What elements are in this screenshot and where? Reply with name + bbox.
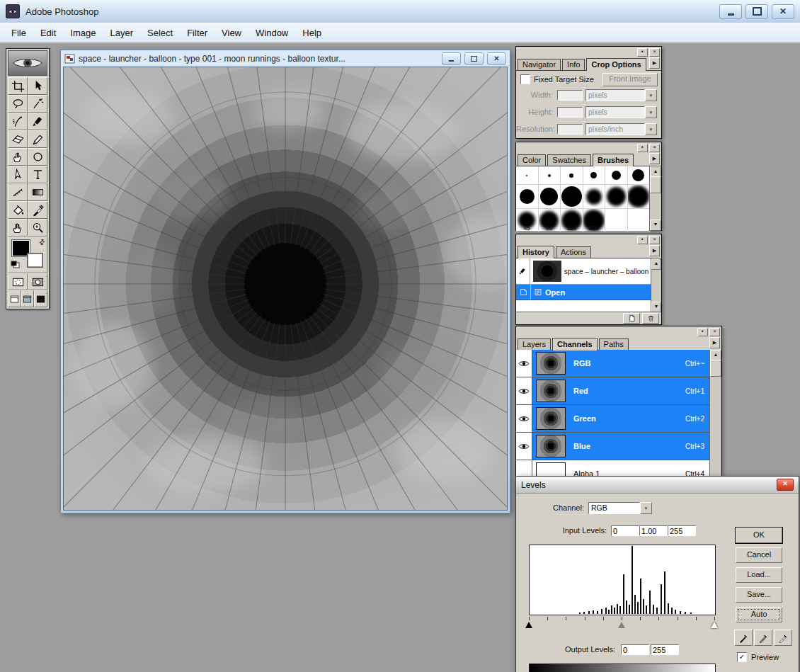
brush-preset[interactable] bbox=[539, 166, 561, 185]
channel-row-green[interactable]: GreenCtrl+2 bbox=[516, 405, 710, 433]
brush-preset[interactable]: 200 bbox=[583, 209, 606, 232]
close-button[interactable]: ✕ bbox=[772, 4, 794, 19]
chevron-down-icon[interactable]: ▼ bbox=[645, 89, 657, 101]
tab-brushes[interactable]: Brushes bbox=[593, 154, 634, 166]
scrollbar[interactable]: ▲ ▼ bbox=[709, 350, 721, 495]
delete-button[interactable] bbox=[642, 313, 659, 324]
channel-dropdown[interactable]: RGB ▼ bbox=[588, 502, 652, 514]
magic-wand-tool[interactable] bbox=[28, 95, 47, 113]
save-button[interactable]: Save... bbox=[736, 587, 782, 603]
type-tool[interactable] bbox=[28, 166, 47, 183]
chevron-down-icon[interactable]: ▼ bbox=[645, 123, 657, 135]
eraser-tool[interactable] bbox=[8, 130, 28, 148]
doc-restore-button[interactable] bbox=[464, 52, 484, 65]
palette-close-button[interactable]: × bbox=[649, 144, 660, 152]
brush-preset[interactable] bbox=[628, 185, 651, 209]
preview-checkbox[interactable]: ✓ bbox=[737, 652, 747, 662]
smudge-tool[interactable] bbox=[8, 148, 28, 166]
brush-preset[interactable] bbox=[605, 185, 628, 209]
scrollbar[interactable]: ▲ ▼ bbox=[649, 166, 661, 231]
visibility-toggle[interactable] bbox=[516, 350, 532, 377]
eyedropper-tool[interactable] bbox=[28, 201, 47, 219]
channel-row-rgb[interactable]: RGBCtrl+~ bbox=[516, 350, 710, 377]
visibility-toggle[interactable] bbox=[516, 405, 532, 432]
front-image-button[interactable]: Front Image bbox=[602, 73, 658, 86]
brush-preset[interactable] bbox=[516, 185, 539, 209]
width-input[interactable] bbox=[557, 90, 583, 101]
resolution-unit-dropdown[interactable]: pixels/inch ▼ bbox=[585, 123, 657, 135]
palette-menu-arrow-icon[interactable]: ▶ bbox=[709, 337, 720, 348]
move-tool[interactable] bbox=[28, 77, 47, 95]
brush-preset[interactable] bbox=[561, 166, 583, 185]
palette-close-button[interactable]: × bbox=[709, 328, 720, 336]
menu-view[interactable]: View bbox=[215, 24, 248, 42]
palette-menu-arrow-icon[interactable]: ▶ bbox=[649, 245, 660, 256]
brush-preset[interactable] bbox=[628, 166, 651, 185]
airbrush-tool[interactable] bbox=[8, 113, 28, 130]
black-eyedropper-button[interactable] bbox=[734, 630, 753, 646]
document-titlebar[interactable]: space - launcher - balloon - type 001 - … bbox=[63, 50, 508, 67]
dialog-close-button[interactable]: ✕ bbox=[777, 479, 794, 491]
brush-preset[interactable]: 45 bbox=[516, 209, 539, 232]
paintbrush-tool[interactable] bbox=[28, 113, 47, 130]
history-brush-source[interactable] bbox=[516, 258, 530, 284]
menu-edit[interactable]: Edit bbox=[33, 24, 63, 42]
swap-colors-icon[interactable]: ⇄ bbox=[37, 237, 47, 247]
brush-preset[interactable] bbox=[516, 166, 539, 185]
crop-tool[interactable] bbox=[8, 77, 28, 95]
minimize-button[interactable] bbox=[719, 4, 742, 19]
gray-eyedropper-button[interactable] bbox=[754, 630, 772, 646]
palette-minimize-button[interactable]: ▪ bbox=[697, 328, 708, 336]
height-input[interactable] bbox=[557, 107, 583, 118]
brush-preset[interactable] bbox=[539, 185, 561, 209]
black-point-slider[interactable] bbox=[525, 622, 532, 628]
scroll-down-icon[interactable]: ▼ bbox=[650, 220, 661, 231]
maximize-button[interactable] bbox=[745, 4, 768, 19]
input-gamma[interactable] bbox=[639, 525, 668, 536]
zoom-tool[interactable] bbox=[28, 219, 47, 237]
brush-preset[interactable]: 90 bbox=[539, 209, 561, 232]
lasso-tool[interactable] bbox=[8, 95, 28, 113]
scrollbar[interactable]: ▲ ▼ bbox=[651, 258, 661, 313]
input-black-point[interactable] bbox=[611, 525, 639, 536]
tab-channels[interactable]: Channels bbox=[552, 338, 598, 351]
history-source-cell[interactable] bbox=[516, 285, 531, 300]
palette-menu-arrow-icon[interactable]: ▶ bbox=[649, 57, 660, 69]
palette-close-button[interactable]: × bbox=[649, 48, 660, 57]
scrollbar-thumb[interactable] bbox=[710, 360, 721, 377]
standard-screen-button[interactable] bbox=[8, 290, 21, 307]
menu-image[interactable]: Image bbox=[63, 24, 103, 42]
tab-swatches[interactable]: Swatches bbox=[547, 154, 591, 166]
brush-preset[interactable] bbox=[583, 166, 606, 185]
visibility-toggle[interactable] bbox=[516, 377, 532, 404]
brush-preset[interactable] bbox=[605, 166, 628, 185]
palette-close-button[interactable]: × bbox=[649, 236, 660, 244]
canvas-area[interactable] bbox=[63, 67, 508, 511]
tab-actions[interactable]: Actions bbox=[556, 246, 591, 258]
auto-button[interactable]: Auto bbox=[736, 607, 782, 622]
tab-paths[interactable]: Paths bbox=[599, 338, 629, 350]
height-unit-dropdown[interactable]: pixels ▼ bbox=[585, 106, 657, 118]
quick-mask-mode-button[interactable] bbox=[28, 273, 47, 290]
history-snapshot-row[interactable]: space – launcher – balloon ... bbox=[516, 258, 651, 285]
cancel-button[interactable]: Cancel bbox=[736, 547, 782, 563]
fixed-target-size-checkbox[interactable] bbox=[520, 74, 530, 84]
chevron-down-icon[interactable]: ▼ bbox=[640, 502, 652, 514]
tab-color[interactable]: Color bbox=[518, 154, 546, 166]
palette-minimize-button[interactable]: ▪ bbox=[637, 144, 648, 152]
paint-bucket-tool[interactable] bbox=[8, 201, 28, 219]
output-black-point[interactable] bbox=[621, 644, 649, 655]
gamma-slider[interactable] bbox=[618, 622, 625, 628]
direct-select-tool[interactable] bbox=[8, 166, 28, 183]
menu-filter[interactable]: Filter bbox=[180, 24, 215, 42]
tab-crop-options[interactable]: Crop Options bbox=[586, 58, 646, 71]
palette-menu-arrow-icon[interactable]: ▶ bbox=[649, 153, 660, 164]
tab-layers[interactable]: Layers bbox=[518, 338, 551, 350]
load-button[interactable]: Load... bbox=[736, 567, 782, 583]
scroll-up-icon[interactable]: ▲ bbox=[651, 258, 661, 270]
menu-select[interactable]: Select bbox=[140, 24, 180, 42]
fullscreen-menu-button[interactable] bbox=[21, 290, 35, 307]
width-unit-dropdown[interactable]: pixels ▼ bbox=[585, 89, 657, 101]
fullscreen-button[interactable] bbox=[34, 290, 47, 307]
menu-help[interactable]: Help bbox=[295, 24, 328, 42]
